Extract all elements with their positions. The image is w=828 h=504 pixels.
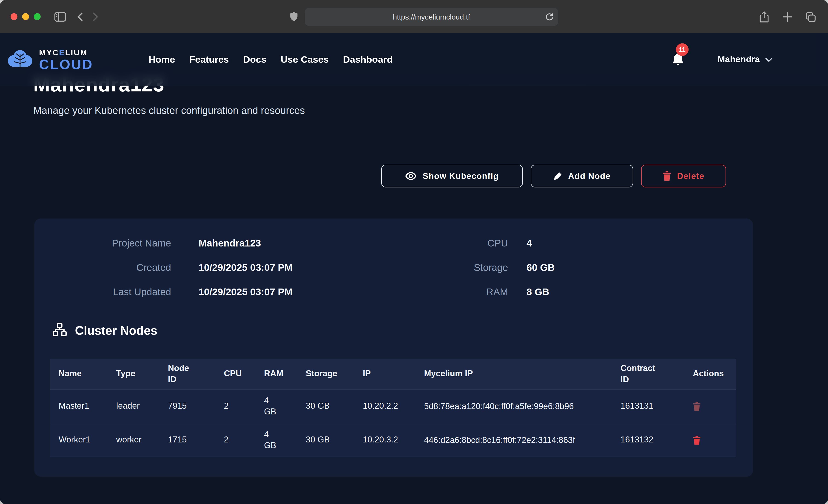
- nav-link-docs[interactable]: Docs: [243, 54, 266, 65]
- nav-link-home[interactable]: Home: [149, 54, 175, 65]
- table-header-row: Name Type Node ID CPU RAM Storage IP Myc…: [50, 359, 736, 389]
- project-info-left: Project Name Mahendra123 Created 10/29/2…: [34, 231, 293, 304]
- col-cpu: CPU: [215, 359, 256, 389]
- network-nodes-icon: [52, 323, 68, 338]
- show-kubeconfig-button[interactable]: Show Kubeconfig: [381, 165, 523, 187]
- page-subtitle: Manage your Kubernetes cluster configura…: [33, 105, 305, 117]
- cell-contract-id: 1613132: [612, 423, 685, 457]
- privacy-shield-icon[interactable]: [289, 11, 298, 22]
- reload-icon[interactable]: [546, 8, 553, 26]
- brand-logo[interactable]: MYCELIUM CLOUD: [6, 48, 93, 71]
- user-name: Mahendra: [717, 54, 760, 65]
- col-name: Name: [50, 359, 108, 389]
- info-row-storage: Storage 60 GB: [351, 255, 555, 280]
- col-type: Type: [108, 359, 160, 389]
- col-storage: Storage: [297, 359, 355, 389]
- cell-ip: 10.20.3.2: [355, 423, 416, 457]
- traffic-lights: [10, 13, 41, 20]
- cell-name: Worker1: [50, 423, 108, 457]
- nav-link-features[interactable]: Features: [190, 54, 229, 65]
- brand-wordmark: MYCELIUM CLOUD: [39, 48, 93, 71]
- add-node-button[interactable]: Add Node: [531, 165, 633, 187]
- address-bar[interactable]: https://myceliumcloud.tf: [305, 8, 558, 26]
- col-actions: Actions: [685, 359, 736, 389]
- cell-ip: 10.20.2.2: [355, 390, 416, 423]
- trash-icon: [693, 402, 701, 411]
- col-ram: RAM: [255, 359, 297, 389]
- cluster-nodes-table: Name Type Node ID CPU RAM Storage IP Myc…: [50, 359, 736, 457]
- browser-window: https://myceliumcloud.tf: [0, 0, 828, 504]
- info-row-ram: RAM 8 GB: [351, 280, 555, 304]
- screen: https://myceliumcloud.tf: [0, 0, 828, 504]
- info-row-last-updated: Last Updated 10/29/2025 03:07 PM: [34, 280, 293, 304]
- cell-type: leader: [108, 390, 160, 423]
- info-row-cpu: CPU 4: [351, 231, 555, 255]
- chevron-down-icon: [765, 57, 773, 62]
- cluster-nodes-heading: Cluster Nodes: [52, 323, 157, 338]
- delete-node-button[interactable]: [693, 402, 701, 411]
- project-info-right: CPU 4 Storage 60 GB RAM 8 GB: [351, 231, 555, 304]
- cell-cpu: 2: [215, 390, 256, 423]
- table-row-master1: Master1 leader 7915 2 4 GB 30 GB 10.20.2…: [50, 389, 736, 423]
- logo-e-bars: E: [59, 48, 65, 57]
- cell-ram: 4 GB: [255, 390, 297, 423]
- notifications-button[interactable]: 11: [671, 52, 685, 67]
- col-node-id: Node ID: [160, 359, 215, 389]
- user-menu[interactable]: Mahendra: [717, 54, 773, 65]
- cell-type: worker: [108, 423, 160, 457]
- cell-name: Master1: [50, 390, 108, 423]
- col-ip: IP: [355, 359, 416, 389]
- cell-storage: 30 GB: [297, 423, 355, 457]
- delete-cluster-button[interactable]: Delete: [641, 165, 726, 187]
- page-content: Mahendra123 Manage your Kubernetes clust…: [0, 33, 828, 504]
- minimize-window-button[interactable]: [22, 13, 29, 20]
- trash-icon: [663, 171, 671, 181]
- notification-badge: 11: [676, 43, 689, 56]
- cell-node-id: 1715: [160, 423, 215, 457]
- cell-cpu: 2: [215, 423, 256, 457]
- browser-titlebar: https://myceliumcloud.tf: [0, 0, 828, 33]
- nav-links: Home Features Docs Use Cases Dashboard: [149, 54, 393, 65]
- cluster-actions: Show Kubeconfig Add Node Delete: [381, 165, 726, 187]
- cell-ram: 4 GB: [255, 423, 297, 457]
- delete-node-button[interactable]: [693, 435, 701, 445]
- nav-link-use-cases[interactable]: Use Cases: [281, 54, 329, 65]
- back-button[interactable]: [77, 12, 83, 22]
- info-row-project-name: Project Name Mahendra123: [34, 231, 293, 255]
- nav-link-dashboard[interactable]: Dashboard: [343, 54, 393, 65]
- col-mycelium-ip: Mycelium IP: [415, 359, 612, 389]
- table-row-worker1: Worker1 worker 1715 2 4 GB 30 GB 10.20.3…: [50, 423, 736, 457]
- project-card: Project Name Mahendra123 Created 10/29/2…: [34, 218, 753, 477]
- eye-icon: [405, 172, 417, 180]
- sidebar-toggle-icon[interactable]: [54, 12, 66, 22]
- share-icon[interactable]: [758, 11, 770, 23]
- cell-node-id: 7915: [160, 390, 215, 423]
- new-tab-icon[interactable]: [782, 11, 793, 23]
- cell-mycelium-ip: 5d8:78ea:a120:f40c:ff0f:a5fe:99e6:8b96: [415, 390, 612, 423]
- cell-contract-id: 1613131: [612, 390, 685, 423]
- col-contract-id: Contract ID: [612, 359, 685, 389]
- forward-button[interactable]: [92, 12, 99, 22]
- mycelium-cloud-logo-icon: [6, 49, 34, 70]
- trash-icon: [693, 435, 701, 445]
- pencil-icon: [553, 172, 562, 180]
- site-navbar: MYCELIUM CLOUD Home Features Docs Use Ca…: [0, 33, 828, 86]
- close-window-button[interactable]: [10, 13, 17, 20]
- tab-overview-icon[interactable]: [805, 11, 817, 23]
- zoom-window-button[interactable]: [34, 13, 41, 20]
- info-row-created: Created 10/29/2025 03:07 PM: [34, 255, 293, 280]
- cell-storage: 30 GB: [297, 390, 355, 423]
- url-text: https://myceliumcloud.tf: [393, 12, 470, 21]
- cell-mycelium-ip: 446:d2a6:8bcd:8c16:ff0f:72e2:3114:863f: [415, 423, 612, 457]
